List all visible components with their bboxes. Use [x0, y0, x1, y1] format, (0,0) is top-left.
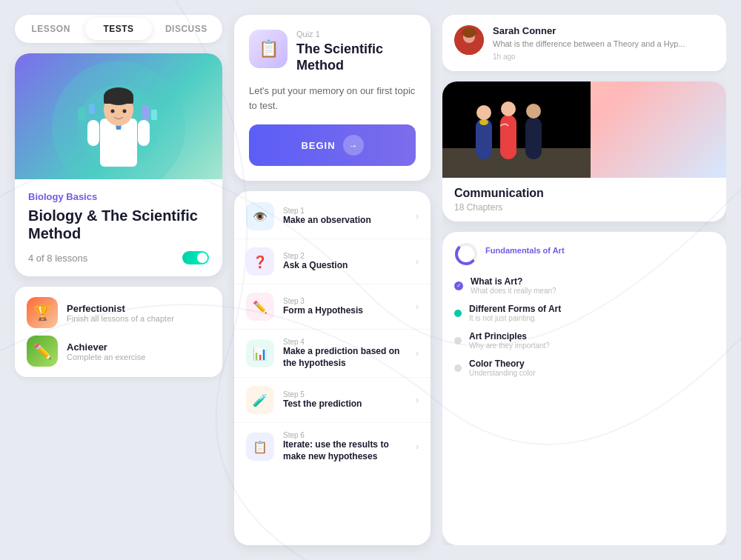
art-desc-2: It is not just painting. [469, 314, 561, 322]
svg-rect-19 [442, 148, 591, 178]
step-name-1: Make an observation [283, 215, 407, 227]
step-name-5: Test the prediction [283, 399, 407, 410]
step-text-2: Step 2 Ask a Question [283, 252, 407, 272]
quiz-description: Let's put your memory on our first topic… [249, 84, 416, 113]
progress-toggle[interactable] [182, 251, 209, 264]
tab-lesson[interactable]: LESSON [18, 18, 84, 40]
step-text-1: Step 1 Make an observation [283, 207, 407, 227]
step-text-6: Step 6 Iterate: use the results to make … [283, 431, 407, 462]
step-icon-2: ❓ [246, 247, 274, 276]
chat-message: What is the difference between a Theory … [493, 39, 714, 50]
tabs-row: LESSON TESTS DISCUSS [15, 15, 222, 43]
step-icon-1: 👁️ [246, 202, 274, 230]
svg-point-17 [462, 27, 476, 38]
achievement-achiever[interactable]: ✏️ Achiever Complete an exercise [27, 336, 210, 367]
begin-label: BEGIN [301, 140, 335, 151]
comm-hero [442, 81, 726, 178]
step-label-5: Step 5 [283, 390, 407, 399]
right-column: Sarah Conner What is the difference betw… [442, 15, 726, 545]
achievement-desc-perfectionist: Finish all lessons of a chapter [67, 314, 174, 323]
step-label-4: Step 4 [283, 338, 407, 346]
step-name-3: Form a Hypothesis [283, 305, 407, 317]
comm-title: Communication [454, 187, 714, 200]
achievement-icon-perfectionist: 🏆 [27, 297, 58, 328]
achievement-title-perfectionist: Perfectionist [67, 303, 174, 314]
lesson-card: Biology Basics Biology & The Scientific … [15, 53, 222, 276]
step-text-4: Step 4 Make a prediction based on the hy… [283, 338, 407, 369]
step-chevron-3: › [416, 301, 419, 312]
art-item-3[interactable]: Art Principles Why are they important? [454, 327, 714, 354]
main-container: LESSON TESTS DISCUSS [0, 0, 741, 560]
art-item-text-3: Art Principles Why are they important? [469, 331, 550, 350]
art-item-2[interactable]: Different Forms of Art It is not just pa… [454, 299, 714, 327]
chat-name: Sarah Conner [493, 25, 714, 36]
svg-point-23 [501, 101, 516, 116]
art-header-row: Fundamentals of Art [454, 242, 714, 266]
tab-tests[interactable]: TESTS [85, 18, 151, 40]
step-chevron-1: › [416, 211, 419, 221]
svg-rect-13 [151, 110, 157, 120]
step-label-1: Step 1 [283, 207, 407, 215]
begin-arrow-icon: → [343, 135, 364, 156]
svg-point-6 [111, 110, 115, 113]
step-label-6: Step 6 [283, 431, 407, 439]
achievement-title-achiever: Achiever [67, 341, 145, 353]
art-desc-3: Why are they important? [469, 341, 550, 350]
quiz-number: Quiz 1 [296, 30, 416, 39]
step-item-2[interactable]: ❓ Step 2 Ask a Question › [234, 239, 431, 284]
comm-chapters: 18 Chapters [454, 202, 714, 213]
communication-card[interactable]: Communication 18 Chapters [442, 81, 726, 221]
step-text-3: Step 3 Form a Hypothesis [283, 297, 407, 317]
step-item-4[interactable]: 📊 Step 4 Make a prediction based on the … [234, 330, 431, 378]
achievement-perfectionist[interactable]: 🏆 Perfectionist Finish all lessons of a … [27, 297, 210, 328]
art-dot-1: ✓ [454, 281, 463, 290]
lesson-info: Biology Basics Biology & The Scientific … [15, 179, 222, 276]
svg-point-26 [479, 119, 488, 125]
achievement-icon-achiever: ✏️ [27, 336, 58, 367]
quiz-card: 📋 Quiz 1 The Scientific Method Let's put… [234, 15, 431, 181]
svg-rect-9 [138, 120, 150, 146]
step-name-2: Ask a Question [283, 260, 407, 272]
chat-notification[interactable]: Sarah Conner What is the difference betw… [442, 15, 726, 71]
svg-point-21 [476, 105, 491, 120]
step-icon-4: 📊 [246, 339, 274, 367]
toggle-knob [197, 253, 207, 263]
achievement-desc-achiever: Complete an exercise [67, 353, 145, 361]
svg-rect-5 [104, 96, 133, 104]
art-item-1[interactable]: ✓ What is Art? What does it really mean? [454, 272, 714, 299]
art-item-4[interactable]: Color Theory Understanding color [454, 354, 714, 381]
step-text-5: Step 5 Test the prediction [283, 390, 407, 410]
chat-content: Sarah Conner What is the difference betw… [493, 25, 714, 61]
step-item-6[interactable]: 📋 Step 6 Iterate: use the results to mak… [234, 423, 431, 470]
step-item-1[interactable]: 👁️ Step 1 Make an observation › [234, 194, 431, 239]
quiz-icon: 📋 [259, 39, 279, 59]
step-chevron-4: › [416, 348, 419, 359]
svg-rect-11 [89, 104, 95, 114]
step-icon-3: ✏️ [246, 293, 274, 321]
quiz-meta: Quiz 1 The Scientific Method [296, 30, 416, 73]
quiz-header: 📋 Quiz 1 The Scientific Method [249, 30, 416, 73]
step-chevron-2: › [416, 256, 419, 267]
svg-point-7 [123, 110, 127, 113]
tab-discuss[interactable]: DISCUSS [153, 18, 219, 40]
art-dot-3 [454, 337, 462, 344]
quiz-icon-wrap: 📋 [249, 30, 288, 68]
svg-rect-10 [78, 107, 85, 121]
step-label-2: Step 2 [283, 252, 407, 260]
art-dot-4 [454, 364, 462, 372]
begin-button[interactable]: BEGIN → [249, 124, 416, 166]
achievement-text-perfectionist: Perfectionist Finish all lessons of a ch… [67, 303, 174, 323]
art-title-1: What is Art? [471, 276, 556, 287]
art-item-text-4: Color Theory Understanding color [469, 359, 536, 377]
step-item-5[interactable]: 🧪 Step 5 Test the prediction › [234, 378, 431, 423]
svg-point-25 [526, 104, 541, 119]
art-card: Fundamentals of Art ✓ What is Art? What … [442, 232, 726, 545]
quiz-title: The Scientific Method [296, 41, 416, 73]
art-desc-4: Understanding color [469, 369, 536, 377]
lesson-hero [15, 53, 222, 179]
achievement-text-achiever: Achiever Complete an exercise [67, 341, 145, 361]
step-item-3[interactable]: ✏️ Step 3 Form a Hypothesis › [234, 284, 431, 330]
step-label-3: Step 3 [283, 297, 407, 305]
art-item-text-2: Different Forms of Art It is not just pa… [469, 304, 561, 322]
step-name-6: Iterate: use the results to make new hyp… [283, 439, 407, 462]
